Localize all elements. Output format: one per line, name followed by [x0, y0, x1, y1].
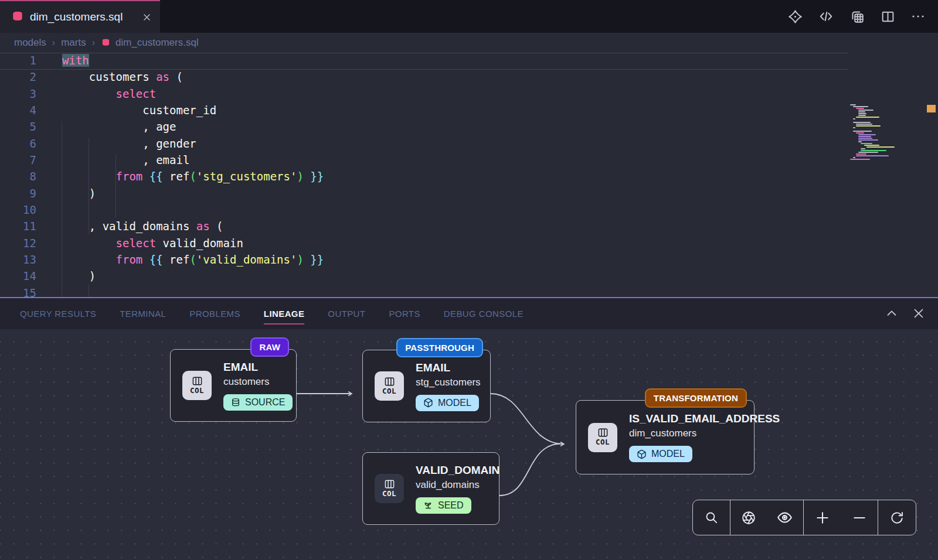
- minimap-line: [864, 145, 879, 146]
- minimap-line: [856, 155, 889, 156]
- minimap-line: [853, 127, 855, 128]
- code-line[interactable]: 6 , gender: [0, 135, 848, 152]
- code-icon[interactable]: [818, 9, 834, 24]
- lineage-node-stg_customers[interactable]: PASSTHROUGHCOLEMAILstg_customersMODEL: [362, 350, 491, 422]
- code-line[interactable]: 13 from {{ ref('valid_domains') }}: [0, 251, 848, 268]
- columns-icon: [384, 377, 395, 386]
- dbt-logo-icon[interactable]: [788, 9, 803, 24]
- panel-actions: [885, 297, 925, 329]
- code-line[interactable]: 15: [0, 285, 848, 297]
- toolbar-section: [804, 500, 878, 535]
- lineage-node-valid_domains[interactable]: COLVALID_DOMAINvalid_domainsSEED: [362, 452, 499, 525]
- panel-tab-problems[interactable]: PROBLEMS: [189, 305, 240, 322]
- minimap-line: [853, 122, 871, 123]
- minimap-line: [858, 110, 874, 111]
- tab-dim-customers[interactable]: dim_customers.sql: [0, 0, 160, 33]
- column-chip: COL: [375, 474, 404, 503]
- minimap-line: [858, 113, 866, 114]
- minimap-line: [856, 124, 872, 125]
- column-name: EMAIL: [223, 361, 258, 374]
- column-chip: COL: [182, 371, 212, 400]
- breadcrumb: models › marts › dim_customers.sql: [0, 33, 938, 53]
- search-icon[interactable]: [704, 510, 719, 525]
- column-name: EMAIL: [416, 361, 450, 374]
- minimap-line: [861, 150, 886, 151]
- code-line[interactable]: 12 select valid_domain: [0, 235, 848, 251]
- type-badge-model[interactable]: MODEL: [416, 395, 479, 411]
- code-line[interactable]: 9 ): [0, 185, 848, 202]
- code-text: select valid_domain: [62, 235, 243, 251]
- breadcrumb-file[interactable]: dim_customers.sql: [101, 37, 199, 49]
- minimap-line: [858, 138, 872, 139]
- zoom-out-icon[interactable]: [852, 510, 867, 525]
- code-line[interactable]: 3 select: [0, 86, 848, 102]
- minimap-line: [850, 159, 870, 160]
- code-line[interactable]: 1with: [0, 53, 848, 69]
- more-actions-icon[interactable]: [911, 9, 925, 23]
- line-number: 13: [0, 251, 36, 268]
- tag-badge-raw: RAW: [250, 337, 289, 357]
- line-number: 10: [0, 202, 36, 218]
- panel-tab-output[interactable]: OUTPUT: [328, 305, 365, 322]
- code-line[interactable]: 4 customer_id: [0, 102, 848, 118]
- lineage-node-customers[interactable]: RAWCOLEMAILcustomersSOURCE: [170, 349, 297, 422]
- edge-stg_customers-to-dim_customers: [491, 394, 564, 444]
- tag-badge-transformation: TRANSFORMATION: [645, 388, 747, 408]
- indent-guide: [89, 284, 89, 297]
- line-number: 7: [0, 152, 36, 168]
- panel-tab-terminal[interactable]: TERMINAL: [120, 305, 166, 322]
- minimap-line: [853, 157, 855, 158]
- minimap[interactable]: [850, 104, 925, 161]
- table-name: valid_domains: [416, 479, 480, 491]
- zoom-in-icon[interactable]: [815, 510, 830, 525]
- lineage-canvas[interactable]: RAWCOLEMAILcustomersSOURCEPASSTHROUGHCOL…: [0, 329, 938, 560]
- minimap-line: [861, 143, 872, 144]
- type-badge-seed[interactable]: SEED: [416, 497, 471, 514]
- minimap-line: [861, 148, 865, 149]
- minimap-line: [856, 125, 881, 127]
- code-line[interactable]: 10: [0, 202, 848, 218]
- breadcrumb-models[interactable]: models: [14, 37, 46, 49]
- line-number: 15: [0, 285, 36, 297]
- panel-tab-ports[interactable]: PORTS: [389, 305, 420, 322]
- code-line[interactable]: 7 , email: [0, 152, 848, 168]
- minimap-line: [858, 134, 876, 135]
- minimap-line: [853, 106, 868, 107]
- toolbar-section: [878, 500, 916, 535]
- tag-badge-passthrough: PASSTHROUGH: [396, 338, 483, 357]
- type-badge-source[interactable]: SOURCE: [223, 394, 293, 411]
- aperture-icon[interactable]: [741, 510, 756, 525]
- column-name: VALID_DOMAIN: [416, 464, 499, 477]
- line-number: 5: [0, 118, 36, 135]
- editor-tab-bar: dim_customers.sql: [0, 0, 938, 33]
- minimap-line: [866, 146, 895, 148]
- panel-tab-query-results[interactable]: QUERY RESULTS: [20, 305, 96, 322]
- code-line[interactable]: 8 from {{ ref('stg_customers') }}: [0, 168, 848, 185]
- code-editor[interactable]: 1with2 customers as (3 select4 customer_…: [0, 53, 938, 297]
- panel-tab-bar: QUERY RESULTSTERMINALPROBLEMSLINEAGEOUTP…: [0, 297, 938, 329]
- lineage-node-dim_customers[interactable]: TRANSFORMATIONCOLIS_VALID_EMAIL_ADDRESSd…: [576, 400, 755, 474]
- line-number: 2: [0, 69, 36, 85]
- close-tab-icon[interactable]: [142, 12, 152, 22]
- collapse-panel-icon[interactable]: [885, 307, 898, 320]
- code-line[interactable]: 14 ): [0, 268, 848, 284]
- panel-tab-debug-console[interactable]: DEBUG CONSOLE: [444, 305, 524, 322]
- code-line[interactable]: 5 , age: [0, 118, 848, 135]
- refresh-icon[interactable]: [889, 510, 905, 525]
- type-badge-model[interactable]: MODEL: [629, 446, 692, 462]
- split-editor-icon[interactable]: [881, 9, 895, 24]
- code-line[interactable]: 2 customers as (: [0, 69, 848, 85]
- code-text: customer_id: [62, 102, 216, 118]
- close-panel-icon[interactable]: [912, 307, 925, 320]
- breadcrumb-marts[interactable]: marts: [61, 37, 86, 49]
- tab-title: dim_customers.sql: [30, 11, 135, 23]
- query-results-table-icon[interactable]: [849, 9, 865, 24]
- code-line[interactable]: 11 , valid_domains as (: [0, 218, 848, 234]
- database-icon: [101, 38, 111, 48]
- panel-tab-lineage[interactable]: LINEAGE: [264, 305, 304, 322]
- code-text: from {{ ref('valid_domains') }}: [62, 251, 324, 268]
- code-text: ): [62, 268, 96, 284]
- columns-icon: [192, 377, 203, 385]
- breadcrumb-separator: ›: [92, 37, 95, 48]
- eye-icon[interactable]: [777, 510, 793, 525]
